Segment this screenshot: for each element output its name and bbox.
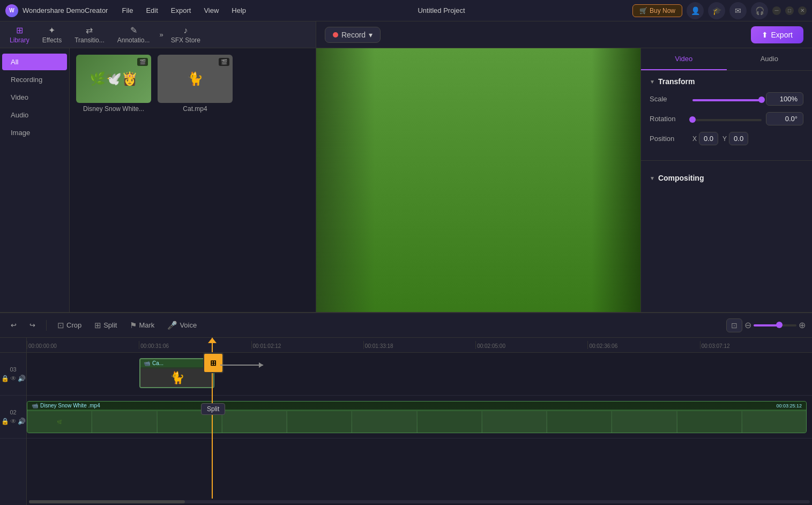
scale-slider-track[interactable] <box>692 99 762 101</box>
tab-transitions[interactable]: ⇄ Transitio... <box>69 22 110 47</box>
track-02-number: 02 <box>10 409 16 415</box>
menu-view[interactable]: View <box>199 4 223 17</box>
library-icon: ⊞ <box>16 25 23 35</box>
export-button[interactable]: ⬆ Export <box>751 26 803 43</box>
track-03-row: 📹 Ca... 🐈 <box>27 353 812 396</box>
zoom-out-button[interactable]: ⊖ <box>744 320 751 330</box>
disney-clip[interactable]: 📹 Disney Snow White .mp4 00:03:25:12 🌿 <box>27 401 807 433</box>
scale-label: Scale <box>650 95 692 103</box>
sidebar-item-image[interactable]: Image <box>2 124 67 141</box>
compositing-section: ▼ Compositing <box>641 167 812 195</box>
scrollbar-thumb[interactable] <box>29 500 185 503</box>
redo-button[interactable]: ↪ <box>25 319 40 331</box>
props-tab-video[interactable]: Video <box>641 48 727 70</box>
track-labels-column: 03 🔒 👁 🔊 02 🔒 👁 🔊 <box>0 338 27 505</box>
learn-button[interactable]: 🎓 <box>708 2 725 19</box>
record-button[interactable]: Record ▾ <box>325 27 381 43</box>
tab-more-icon[interactable]: » <box>159 31 163 39</box>
track-02-label: 02 🔒 👁 🔊 <box>0 396 26 439</box>
timeline-ruler: 00:00:00:00 00:00:31:06 00:01:02:12 00:0… <box>27 338 812 353</box>
export-label: Export <box>771 31 793 39</box>
crop-button[interactable]: ⊡ Crop <box>53 318 86 332</box>
transform-header[interactable]: ▼ Transform <box>650 77 803 86</box>
buy-now-button[interactable]: 🛒 Buy Now <box>632 4 682 17</box>
frame-12 <box>742 411 806 433</box>
annotations-icon: ✎ <box>130 25 137 35</box>
headset-button[interactable]: 🎧 <box>751 2 768 19</box>
tab-annotations[interactable]: ✎ Annotatio... <box>112 22 155 47</box>
scrollbar-track[interactable] <box>29 500 810 503</box>
split-label: Split <box>103 321 117 329</box>
transform-section: ▼ Transform Scale 100% <box>641 71 812 158</box>
ruler-mark-6: 00:03:07:12 <box>700 341 812 349</box>
track-02-controls: 🔒 👁 🔊 <box>1 418 26 425</box>
frame-6 <box>352 411 416 433</box>
cat-video-icon: 🎬 <box>219 58 229 66</box>
timeline-toolbar: ↩ ↪ ⊡ Crop ⊞ Split ⚑ Mark 🎤 Voice ⊡ ⊖ ⊕ <box>0 313 812 338</box>
menu-help[interactable]: Help <box>227 4 250 17</box>
rotation-row: Rotation 0.0° <box>650 112 803 125</box>
preview-header: Record ▾ ⬆ Export <box>316 21 812 48</box>
sidebar-item-all[interactable]: All <box>2 54 67 70</box>
fit-timeline-button[interactable]: ⊡ <box>726 318 742 332</box>
voice-label: Voice <box>180 321 197 329</box>
undo-button[interactable]: ↩ <box>6 319 21 331</box>
crop-label: Crop <box>66 321 81 329</box>
cat-thumb-icon: 🐈 <box>170 371 184 385</box>
timeline-content: 03 🔒 👁 🔊 02 🔒 👁 🔊 <box>0 338 812 505</box>
sidebar-item-recording[interactable]: Recording <box>2 71 67 88</box>
track-03-mute-button[interactable]: 🔊 <box>18 375 26 382</box>
rotation-value[interactable]: 0.0° <box>766 112 803 125</box>
zoom-slider-thumb[interactable] <box>776 322 783 328</box>
tab-transitions-label: Transitio... <box>75 36 105 44</box>
mark-button[interactable]: ⚑ Mark <box>125 318 159 332</box>
sidebar-item-video[interactable]: Video <box>2 89 67 106</box>
rotation-slider-thumb[interactable] <box>689 116 696 123</box>
mail-button[interactable]: ✉ <box>729 2 747 19</box>
tab-library[interactable]: ⊞ Library <box>4 22 35 47</box>
frame-1: 🌿 <box>27 411 92 433</box>
profile-button[interactable]: 👤 <box>687 2 704 19</box>
compositing-header[interactable]: ▼ Compositing <box>650 174 803 182</box>
zoom-in-button[interactable]: ⊕ <box>799 320 806 330</box>
cat-clip-name: Ca... <box>152 360 163 366</box>
sidebar-item-audio[interactable]: Audio <box>2 107 67 123</box>
ruler-mark-0: 00:00:00:00 <box>27 341 139 349</box>
split-button[interactable]: ⊞ Split <box>90 318 121 332</box>
split-tool-icon[interactable]: ⊞ <box>203 353 224 373</box>
position-x-label: X <box>692 135 697 143</box>
position-row: Position X 0.0 Y 0.0 <box>650 132 803 145</box>
position-x-value[interactable]: 0.0 <box>699 132 718 145</box>
track-03-eye-button[interactable]: 👁 <box>10 375 17 382</box>
menu-edit[interactable]: Edit <box>141 4 162 17</box>
maximize-button[interactable]: □ <box>785 6 794 15</box>
voice-button[interactable]: 🎤 Voice <box>163 318 201 332</box>
scale-value[interactable]: 100% <box>766 92 803 106</box>
tab-effects[interactable]: ✦ Effects <box>37 22 67 47</box>
disney-video-icon: 🎬 <box>137 58 148 66</box>
frame-11 <box>677 411 742 433</box>
media-item-disney[interactable]: 🌿🕊️👸 🎬 Disney Snow White... <box>76 55 151 113</box>
track-02-eye-button[interactable]: 👁 <box>10 418 17 425</box>
track-03-lock-button[interactable]: 🔒 <box>1 375 9 382</box>
zoom-slider-track[interactable] <box>754 324 796 326</box>
position-y-value[interactable]: 0.0 <box>729 132 748 145</box>
track-03-number: 03 <box>10 366 16 373</box>
rotation-slider-track[interactable] <box>692 119 762 121</box>
ruler-mark-4: 00:02:05:00 <box>475 341 587 349</box>
scale-slider-thumb[interactable] <box>758 96 765 103</box>
disney-clip-header-left: 📹 Disney Snow White .mp4 <box>32 403 100 409</box>
minimize-button[interactable]: ─ <box>772 6 781 15</box>
close-button[interactable]: ✕ <box>798 6 807 15</box>
tab-sfxstore[interactable]: ♪ SFX Store <box>166 23 206 47</box>
track-02-lock-button[interactable]: 🔒 <box>1 418 9 425</box>
media-item-cat[interactable]: 🐈 🎬 Cat.mp4 <box>158 55 233 113</box>
track-02-mute-button[interactable]: 🔊 <box>18 418 26 425</box>
frame-2 <box>92 411 157 433</box>
props-tab-audio[interactable]: Audio <box>727 48 813 70</box>
playhead-ruler <box>212 338 213 352</box>
split-icon: ⊞ <box>94 321 101 330</box>
menu-export[interactable]: Export <box>167 4 196 17</box>
menu-file[interactable]: File <box>117 4 137 17</box>
track-03-controls: 🔒 👁 🔊 <box>1 375 26 382</box>
